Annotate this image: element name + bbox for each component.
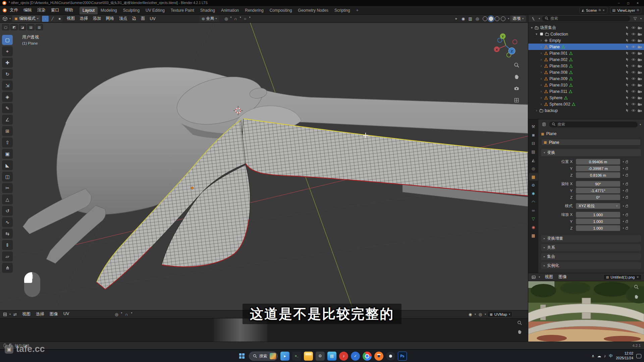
camera-icon[interactable] <box>638 90 642 93</box>
outliner-item-Plane.009[interactable]: ›Plane.009 <box>528 75 644 82</box>
camera-icon[interactable] <box>638 33 642 36</box>
viewport-toggle-5[interactable]: ▥ <box>36 24 43 30</box>
lock-icon[interactable] <box>626 214 628 216</box>
taskbar-app-microsoft-store[interactable]: ▤ <box>327 352 336 361</box>
tool-edge-slide[interactable]: ⇆ <box>2 229 13 239</box>
taskbar-app-chrome[interactable] <box>363 352 372 361</box>
decorator-dot[interactable] <box>623 205 624 206</box>
eye-icon[interactable] <box>631 64 636 67</box>
transform-value-field[interactable]: 0.8106 m <box>576 172 620 178</box>
lock-icon[interactable] <box>626 161 628 163</box>
properties-pin-icon[interactable]: ▾ <box>640 123 641 126</box>
tool-spin[interactable]: ↺ <box>2 206 13 216</box>
expand-caret[interactable]: › <box>539 70 543 74</box>
transform-section-header[interactable]: ▾ 变换 <box>541 149 641 156</box>
eye-icon[interactable] <box>631 83 636 86</box>
shading-material[interactable] <box>495 16 499 21</box>
eye-icon[interactable] <box>631 26 636 29</box>
camera-icon[interactable] <box>638 52 642 55</box>
tool-knife[interactable]: ✂ <box>2 183 13 193</box>
eye-icon[interactable] <box>631 71 636 74</box>
pointer-icon[interactable] <box>626 32 629 36</box>
pointer-icon[interactable] <box>626 77 629 80</box>
taskbar-app-blender[interactable] <box>374 352 383 361</box>
pointer-icon[interactable] <box>626 70 629 74</box>
taskbar-app-media-app[interactable]: ▸ <box>280 352 289 361</box>
shading-solid[interactable] <box>489 16 493 21</box>
outliner-item-Plane.003[interactable]: ›Plane.003 <box>528 63 644 69</box>
pointer-icon[interactable] <box>626 26 629 29</box>
outliner-item-Sphere[interactable]: ›Sphere <box>528 95 644 101</box>
image-menu-图像[interactable]: 图像 <box>556 273 570 281</box>
properties-tab-particles[interactable]: ✱ <box>529 190 538 197</box>
lock-icon[interactable] <box>626 228 628 230</box>
expand-caret[interactable]: › <box>539 64 543 68</box>
section-变换增量[interactable]: ▸变换增量 <box>541 235 641 242</box>
viewport-menu-视图[interactable]: 视图 <box>64 15 77 22</box>
properties-tab-object-data[interactable]: ▽ <box>529 215 538 223</box>
camera-icon[interactable] <box>638 71 642 74</box>
properties-tab-world[interactable]: ◎ <box>529 165 538 172</box>
transform-value-field[interactable]: 1.000 <box>576 212 620 218</box>
workspace-tab-rendering[interactable]: Rendering <box>242 7 266 14</box>
pan-hand-icon[interactable] <box>634 294 639 300</box>
transform-value-field[interactable]: -0.39987 m <box>576 166 620 171</box>
tool-select-box[interactable]: ▢ <box>2 35 13 45</box>
tool-extrude-region[interactable]: ⇧ <box>2 137 13 147</box>
minimize-button[interactable]: ─ <box>615 1 623 5</box>
tool-rotate[interactable]: ↻ <box>2 69 13 79</box>
viewport-menu-顶点[interactable]: 顶点 <box>116 15 129 22</box>
camera-icon[interactable] <box>638 96 642 100</box>
pointer-icon[interactable] <box>626 39 629 42</box>
uv-editor-icon[interactable] <box>2 311 8 317</box>
gizmo-minus-x[interactable] <box>513 40 517 44</box>
menu-编辑[interactable]: 编辑 <box>21 6 35 14</box>
taskbar-clock[interactable]: 12:02 2025/11/24 <box>616 351 633 360</box>
taskbar-app-netease-music[interactable]: ♪ <box>339 352 348 361</box>
properties-tab-object[interactable]: ▦ <box>529 173 538 181</box>
vertex-select-button[interactable]: ∙ <box>42 16 49 22</box>
outliner-item-Sphere.002[interactable]: ›Sphere.002 <box>528 101 644 107</box>
viewport-menu-面[interactable]: 面 <box>139 15 148 22</box>
workspace-tab-geometry-nodes[interactable]: Geometry Nodes <box>295 7 331 14</box>
pan-hand-icon[interactable] <box>517 329 522 335</box>
orientation-dropdown[interactable]: ◎ 全局 ▾ <box>200 15 219 22</box>
tool-bevel[interactable]: ◣ <box>2 160 13 170</box>
transform-value-field[interactable]: 0.99406 m <box>576 159 620 165</box>
uv-display-icon[interactable]: ◉ <box>467 311 473 317</box>
new-scene-icon[interactable]: ⧉ <box>599 8 601 12</box>
expand-caret[interactable]: › <box>539 51 543 55</box>
outliner-item-Plane.002[interactable]: ›Plane.002 <box>528 56 644 63</box>
taskbar-app-photoshop[interactable]: Ps <box>398 352 407 361</box>
image-name-pill[interactable]: ▨ Untitled(1).png ✕ <box>603 274 642 280</box>
blender-menu-icon[interactable] <box>3 8 7 12</box>
workspace-tab-compositing[interactable]: Compositing <box>267 7 295 14</box>
tool-cursor[interactable]: ⌖ <box>2 46 13 56</box>
maximize-button[interactable]: ▢ <box>624 1 632 5</box>
menu-渲染[interactable]: 渲染 <box>35 6 48 14</box>
workspace-tab-texture-paint[interactable]: Texture Paint <box>168 7 197 14</box>
workspace-tab-layout[interactable]: Layout <box>79 7 98 14</box>
workspace-tab-modeling[interactable]: Modeling <box>98 7 120 14</box>
outliner-item-Collection[interactable]: ▾Collection <box>528 31 644 37</box>
uv-menu-视图[interactable]: 视图 <box>19 310 33 318</box>
eye-icon[interactable] <box>631 103 636 106</box>
expand-caret[interactable]: › <box>539 39 543 42</box>
lock-icon[interactable] <box>626 175 628 177</box>
uv-menu-图像[interactable]: 图像 <box>47 310 61 318</box>
taskbar-app-terminal[interactable]: >_ <box>292 352 301 361</box>
pointer-icon[interactable] <box>626 89 629 93</box>
expand-caret[interactable]: › <box>539 102 543 106</box>
properties-tab-scene[interactable]: ◭ <box>529 156 538 164</box>
transform-value-field[interactable]: 90° <box>576 181 620 187</box>
outliner-item-Plane[interactable]: ›Plane <box>528 44 644 50</box>
viewport-toggle-2[interactable]: ◩ <box>10 24 18 30</box>
expand-caret[interactable]: › <box>539 77 543 80</box>
transform-pivot-icon-caret[interactable]: ▾ <box>230 16 232 22</box>
expand-caret[interactable]: ▾ <box>534 32 539 36</box>
pointer-icon[interactable] <box>626 83 629 87</box>
show-gizmos-icon[interactable]: ⌖ <box>453 16 459 22</box>
viewport-canvas[interactable] <box>0 23 528 310</box>
taskbar-app-file-explorer[interactable] <box>304 352 313 361</box>
tool-shrink-fatten[interactable]: ⇕ <box>2 240 13 250</box>
